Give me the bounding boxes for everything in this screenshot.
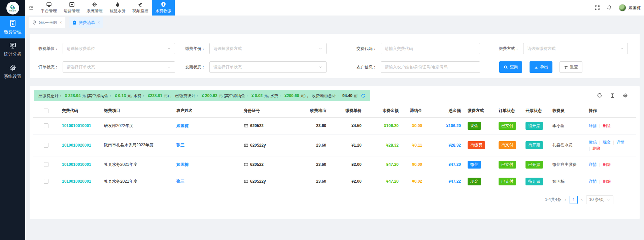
- cash-pay-link[interactable]: 现金: [597, 140, 611, 145]
- download-icon: [534, 65, 538, 69]
- table-panel: 应缴费总计： ¥ 228.94 元 (其中滞纳金： ¥ 0.13 元, 水费： …: [30, 86, 640, 219]
- username: 姬国栋: [629, 5, 641, 11]
- nav-item-video-monitoring[interactable]: 视频监控: [129, 0, 152, 16]
- row-checkbox[interactable]: [44, 162, 48, 167]
- delete-link[interactable]: 删除: [597, 123, 611, 128]
- detail-link[interactable]: 详情: [589, 179, 597, 184]
- nav-item-smart-water[interactable]: 智慧水务: [106, 0, 129, 16]
- search-button[interactable]: 查询: [499, 61, 522, 73]
- invoice-status-select[interactable]: 请选择订单状态: [209, 61, 327, 73]
- col-header-order-status: 订单状态: [495, 104, 522, 117]
- sidebar-item-system-settings[interactable]: 系统设置: [0, 61, 25, 83]
- paid-late-fee-amount: ¥ 0.02: [251, 93, 263, 98]
- unit-price: ¥2.00: [330, 173, 365, 190]
- col-header-late-fee: 滞纳金: [402, 104, 426, 117]
- user-menu[interactable]: 姬国栋: [619, 4, 641, 11]
- late-fee: ¥0.00: [402, 117, 426, 134]
- payment-year-select[interactable]: 请选择缴费方式: [209, 43, 327, 54]
- unit-price: ¥4.50: [330, 117, 365, 134]
- reload-table-icon[interactable]: [597, 93, 602, 98]
- page-number-button[interactable]: 1: [570, 196, 578, 204]
- order-status-select[interactable]: 请选择订单状态: [63, 61, 175, 73]
- logo-swirl-icon: [9, 4, 16, 10]
- select-placeholder: 请选择订单状态: [213, 64, 242, 70]
- payment-code-input[interactable]: [381, 43, 480, 54]
- bell-icon[interactable]: [607, 5, 612, 10]
- row-density-icon[interactable]: [610, 93, 615, 98]
- wechat-pay-link[interactable]: 微信: [589, 140, 597, 145]
- tab-gis-map[interactable]: Gis一张图 ×: [29, 17, 65, 28]
- tab-payment-list[interactable]: 缴费清单 ×: [69, 17, 103, 28]
- sidebar-item-label: 统计分析: [4, 51, 22, 57]
- order-status-badge: 已支付: [499, 161, 516, 169]
- col-header-farmer-name: 农户姓名: [173, 104, 240, 117]
- page-size-select[interactable]: 10 条/页: [586, 196, 613, 204]
- order-status-badge: 已支付: [499, 122, 516, 130]
- filter-order-status: 订单状态： 请选择订单状态: [37, 61, 175, 73]
- payment-code: 1010010020001: [59, 134, 101, 156]
- farmer-name-link[interactable]: 张三: [173, 134, 240, 156]
- col-header-invoice-status: 开票状态: [522, 104, 549, 117]
- farmer-name-link[interactable]: 姬国栋: [173, 156, 240, 173]
- detail-link[interactable]: 详情: [589, 162, 597, 167]
- clipboard-icon: [72, 20, 77, 25]
- farmer-name-link[interactable]: 张三: [173, 173, 240, 190]
- nav-item-water-fee-collection[interactable]: 水费收缴: [152, 0, 175, 16]
- filter-panel: 收费单位： 请选择收费单位 缴费年份： 请选择缴费方式 交费代码： 缴费方式： …: [30, 34, 640, 78]
- filter-label: 发票状态：: [184, 64, 205, 70]
- table-row: 1010010010001 研发部2022年度 姬国栋 620522 23.60…: [33, 117, 636, 134]
- reset-button[interactable]: 重置: [560, 61, 582, 73]
- export-button[interactable]: 导出: [530, 61, 552, 73]
- sidebar-item-statistics[interactable]: 统计分析: [0, 38, 25, 61]
- monitor-icon: [46, 2, 52, 7]
- filter-payment-code: 交费代码：: [355, 43, 480, 54]
- main-content: 收费单位： 请选择收费单位 缴费年份： 请选择缴费方式 交费代码： 缴费方式： …: [25, 30, 644, 240]
- late-fee: ¥0.02: [402, 173, 426, 190]
- charge-unit-select[interactable]: 请选择收费单位: [63, 43, 175, 54]
- nav-item-operations[interactable]: 运营管理: [60, 0, 83, 16]
- tab-label: 缴费清单: [79, 20, 95, 26]
- water-fee: ¥28.32: [365, 134, 402, 156]
- row-checkbox[interactable]: [44, 123, 48, 128]
- delete-link[interactable]: 删除: [597, 162, 611, 167]
- id-number: 620522: [250, 162, 264, 167]
- refresh-icon[interactable]: [361, 93, 366, 98]
- water-fee: ¥47.20: [365, 173, 402, 190]
- row-checkbox[interactable]: [44, 143, 48, 148]
- total-amount: ¥106.20: [426, 117, 464, 134]
- prev-page-icon[interactable]: ‹: [565, 197, 566, 202]
- delete-link[interactable]: 删除: [597, 179, 611, 184]
- select-placeholder: 请选择订单状态: [67, 64, 95, 70]
- collector-name: 礼县售水员: [549, 134, 585, 156]
- invoice-status-badge: 待开票: [526, 178, 543, 185]
- column-settings-gear-icon[interactable]: [622, 93, 628, 98]
- select-all-checkbox[interactable]: [44, 109, 48, 113]
- project-name: 陇南市礼县水务局2023年度: [101, 134, 173, 156]
- close-icon[interactable]: ×: [60, 20, 62, 25]
- sidebar-item-payment-management[interactable]: 缴费管理: [0, 16, 25, 38]
- filter-invoice-status: 发票状态： 请选择订单状态: [184, 61, 327, 73]
- chevron-down-icon: [318, 47, 323, 51]
- collapse-sidebar-icon[interactable]: [25, 0, 37, 16]
- fullscreen-icon[interactable]: [595, 5, 600, 10]
- farmer-name-link[interactable]: 姬国栋: [173, 117, 240, 134]
- tab-strip: Gis一张图 × 缴费清单 ×: [25, 16, 644, 30]
- filter-payment-method: 缴费方式： 请选择缴费方式: [498, 43, 628, 54]
- app-logo: RIEON: [0, 0, 25, 16]
- detail-link[interactable]: 详情: [589, 123, 597, 128]
- next-page-icon[interactable]: ›: [581, 197, 583, 202]
- logo-circle: RIEON: [6, 2, 19, 14]
- close-icon[interactable]: ×: [98, 20, 100, 25]
- paid-water-fee-amount: ¥200.60: [284, 93, 299, 98]
- detail-link[interactable]: 详情: [611, 140, 624, 145]
- row-checkbox[interactable]: [44, 179, 48, 184]
- nav-item-platform[interactable]: 平台管理: [37, 0, 60, 16]
- payment-method-select[interactable]: 请选择缴费方式: [523, 43, 628, 54]
- delete-link[interactable]: 删除: [589, 146, 600, 151]
- water-drop-icon: [115, 2, 121, 7]
- id-card-icon: [244, 123, 248, 128]
- pay-method-badge: 待缴费: [468, 141, 485, 149]
- nav-item-system[interactable]: 系统管理: [83, 0, 106, 16]
- farmer-info-input[interactable]: [381, 61, 480, 73]
- id-number: 620522y: [250, 179, 266, 184]
